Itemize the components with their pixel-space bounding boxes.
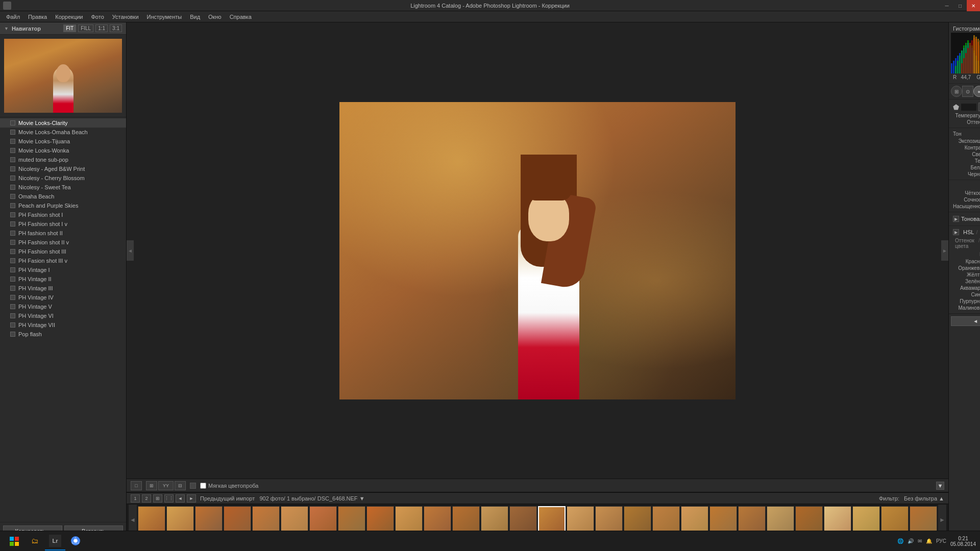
start-button[interactable] <box>4 532 24 550</box>
preset-item-9[interactable]: Peach and Purple Skies <box>0 201 126 210</box>
hsl-toggle[interactable]: ▶ <box>953 229 959 235</box>
maximize-button[interactable]: □ <box>953 0 967 11</box>
film-thumb-5[interactable] <box>281 506 308 534</box>
hsl-tab-hue[interactable]: Оттенок цвета <box>953 237 976 249</box>
preset-item-16[interactable]: PH Vintage I <box>0 265 126 274</box>
minimize-button[interactable]: ─ <box>940 0 953 11</box>
wb-eyedropper-tool[interactable]: ⬟ <box>953 103 959 111</box>
film-thumb-7[interactable] <box>338 506 365 534</box>
menu-corrections[interactable]: Коррекции <box>51 13 87 21</box>
photo-view-area[interactable]: ◄ ► <box>127 22 948 479</box>
film-thumb-1[interactable] <box>166 506 194 534</box>
spot-tool[interactable]: ● <box>973 86 980 97</box>
menu-edit[interactable]: Правка <box>24 13 51 21</box>
preset-item-21[interactable]: PH Vintage VI <box>0 311 126 320</box>
film-thumb-10[interactable] <box>424 506 451 534</box>
film-thumb-21[interactable] <box>738 506 766 534</box>
soft-proof-checkbox[interactable]: Мягкая цветопроба <box>200 483 258 489</box>
preset-item-13[interactable]: PH Fashion shot II v <box>0 238 126 247</box>
preset-item-10[interactable]: PH Fashion shot I <box>0 210 126 219</box>
film-thumb-2[interactable] <box>195 506 223 534</box>
menu-file[interactable]: Файл <box>2 13 24 21</box>
preset-item-2[interactable]: Movie Looks-Tijuana <box>0 137 126 146</box>
zoom-fit[interactable]: FIT <box>63 24 76 32</box>
preset-item-18[interactable]: PH Vintage III <box>0 284 126 293</box>
filmstrip-cols[interactable]: ⋮⋮ <box>164 494 174 503</box>
nav-next-arrow[interactable]: ► <box>187 494 196 503</box>
film-thumb-19[interactable] <box>681 506 708 534</box>
view-survey[interactable]: ⊟ <box>175 481 186 490</box>
film-thumb-20[interactable] <box>709 506 737 534</box>
preset-item-19[interactable]: PH Vintage IV <box>0 293 126 302</box>
film-thumb-15[interactable] <box>567 506 594 534</box>
view-mode-2[interactable]: 2 <box>142 494 151 503</box>
preset-item-14[interactable]: PH Fashion shot III <box>0 247 126 256</box>
preset-item-7[interactable]: Nicolesy - Sweet Tea <box>0 183 126 192</box>
preset-item-22[interactable]: PH Vintage VII <box>0 320 126 330</box>
film-thumb-11[interactable] <box>452 506 480 534</box>
film-thumb-25[interactable] <box>852 506 880 534</box>
lang-indicator[interactable]: РУС <box>936 538 946 544</box>
filter-expand[interactable]: ▲ <box>939 495 944 502</box>
film-thumb-0[interactable] <box>138 506 165 534</box>
toolbar-more[interactable]: ▼ <box>936 482 944 490</box>
film-thumb-4[interactable] <box>252 506 280 534</box>
menu-window[interactable]: Окно <box>204 13 226 21</box>
taskbar-chrome[interactable] <box>65 532 86 550</box>
preset-item-15[interactable]: PH Fasion shot III v <box>0 256 126 265</box>
view-single[interactable]: □ <box>131 481 142 490</box>
preset-item-0[interactable]: Movie Looks-Clarity <box>0 118 126 128</box>
film-thumb-23[interactable] <box>795 506 823 534</box>
filename-dropdown[interactable]: ▼ <box>359 495 365 502</box>
preset-item-11[interactable]: PH Fashion shot I v <box>0 219 126 229</box>
film-thumb-17[interactable] <box>624 506 651 534</box>
preset-item-8[interactable]: Omaha Beach <box>0 192 126 201</box>
taskbar-lightroom[interactable]: Lr <box>45 532 65 550</box>
previous-button[interactable]: ◄ <box>951 316 980 326</box>
film-thumb-9[interactable] <box>395 506 423 534</box>
film-thumb-24[interactable] <box>824 506 851 534</box>
film-thumb-27[interactable] <box>910 506 937 534</box>
wb-value-input[interactable]: 66 <box>961 104 976 111</box>
menu-settings[interactable]: Установки <box>108 13 143 21</box>
preset-item-1[interactable]: Movie Looks-Omaha Beach <box>0 128 126 137</box>
taskbar-explorer[interactable]: 🗂 <box>24 532 45 550</box>
menu-photo[interactable]: Фото <box>87 13 108 21</box>
menu-view[interactable]: Вид <box>186 13 204 21</box>
zoom-3-1[interactable]: 3:1 <box>110 24 122 32</box>
film-thumb-6[interactable] <box>309 506 337 534</box>
menu-tools[interactable]: Инструменты <box>143 13 186 21</box>
preset-item-3[interactable]: Movie Looks-Wonka <box>0 146 126 155</box>
crop-tool[interactable]: ⊙ <box>962 86 973 97</box>
histogram-tool[interactable]: ⊞ <box>951 86 962 97</box>
zoom-fill[interactable]: FILL <box>78 24 93 32</box>
film-thumb-12[interactable] <box>481 506 508 534</box>
preset-item-17[interactable]: PH Vintage II <box>0 274 126 284</box>
right-panel-toggle[interactable]: ► <box>941 240 948 261</box>
left-panel-toggle[interactable]: ◄ <box>127 240 134 261</box>
film-thumb-8[interactable] <box>366 506 394 534</box>
view-mode-1[interactable]: 1 <box>131 494 140 503</box>
preset-item-12[interactable]: PH fashion shot II <box>0 229 126 238</box>
view-grid[interactable]: ⊞ <box>146 481 157 490</box>
zoom-1-1[interactable]: 1:1 <box>95 24 108 32</box>
tone-curve-toggle[interactable]: ▶ <box>953 216 959 222</box>
view-options-dropdown[interactable] <box>190 483 196 489</box>
filmstrip-grid[interactable]: ⊞ <box>153 494 162 503</box>
film-thumb-13[interactable] <box>509 506 537 534</box>
film-thumb-16[interactable] <box>595 506 623 534</box>
film-thumb-18[interactable] <box>652 506 680 534</box>
soft-proof-check[interactable] <box>200 483 206 489</box>
nav-prev-arrow[interactable]: ◄ <box>176 494 185 503</box>
close-button[interactable]: ✕ <box>967 0 980 11</box>
film-thumb-14[interactable] <box>538 506 566 534</box>
preset-item-20[interactable]: PH Vintage V <box>0 302 126 311</box>
view-compare[interactable]: YY <box>158 481 174 490</box>
preset-item-6[interactable]: Nicolesy - Cherry Blossom <box>0 173 126 183</box>
film-thumb-26[interactable] <box>881 506 909 534</box>
film-thumb-3[interactable] <box>224 506 251 534</box>
menu-help[interactable]: Справка <box>226 13 256 21</box>
preset-item-4[interactable]: muted tone sub-pop <box>0 155 126 164</box>
film-thumb-22[interactable] <box>767 506 794 534</box>
preset-item-23[interactable]: Pop flash <box>0 330 126 339</box>
